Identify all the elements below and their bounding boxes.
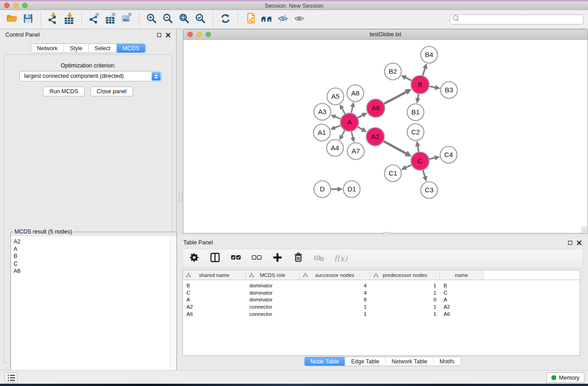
column-header-name[interactable]: name — [440, 270, 483, 280]
node-C4[interactable]: C4 — [440, 147, 457, 163]
edge-A-A8[interactable] — [350, 102, 355, 113]
float-table-panel-icon[interactable] — [568, 241, 572, 245]
node-C1[interactable]: C1 — [385, 165, 402, 182]
tab-mcds[interactable]: MCDS — [117, 44, 145, 52]
toggle-graphics-details-button[interactable] — [276, 12, 290, 27]
tab-node-table[interactable]: Node Table — [305, 357, 345, 366]
add-column-button[interactable] — [272, 253, 283, 264]
node-A2[interactable]: A2 — [366, 128, 384, 146]
node-A1[interactable]: A1 — [314, 124, 330, 141]
column-header-predecessor-nodes[interactable]: predecessor nodes — [370, 270, 440, 280]
tab-select[interactable]: Select — [89, 44, 117, 52]
tab-network-table[interactable]: Network Table — [386, 357, 434, 366]
edge-B-B4[interactable] — [423, 63, 428, 76]
node-C2[interactable]: C2 — [407, 124, 424, 141]
edge-C-C2[interactable] — [415, 141, 420, 152]
column-header-MCDS-role[interactable]: MCDS role — [246, 270, 300, 280]
import-network-button[interactable] — [46, 12, 60, 27]
edge-A6-B[interactable] — [384, 89, 412, 104]
node-B3[interactable]: B3 — [441, 82, 458, 99]
edge-A-A5[interactable] — [339, 104, 345, 114]
export-table-button[interactable] — [104, 12, 117, 27]
edge-A-A6[interactable] — [358, 113, 368, 118]
tab-network[interactable]: Network — [31, 44, 64, 52]
node-B[interactable]: B — [411, 76, 429, 94]
node-A[interactable]: A — [340, 113, 359, 131]
split-panel-button[interactable] — [209, 253, 221, 264]
table-row[interactable]: Cdominator41C — [183, 289, 580, 296]
edge-C-C1[interactable] — [401, 165, 411, 170]
tab-style[interactable]: Style — [64, 44, 89, 52]
table-row[interactable]: Adominator80A — [183, 296, 580, 304]
delete-column-button[interactable] — [292, 253, 304, 264]
network-from-document-button[interactable] — [244, 12, 257, 27]
result-item[interactable]: A2 — [14, 238, 176, 245]
edge-A-A7[interactable] — [350, 132, 355, 143]
node-D[interactable]: D — [314, 181, 331, 198]
network-canvas[interactable]: B4B2BB3A8A5A6A3B1AC2A1A2A4A7C4CC1C3DD1 — [183, 40, 588, 233]
close-table-panel-icon[interactable] — [577, 240, 582, 245]
table-row[interactable]: A6connector11A6 — [183, 310, 580, 318]
export-network-button[interactable] — [87, 12, 101, 27]
node-B2[interactable]: B2 — [385, 63, 402, 80]
node-B1[interactable]: B1 — [407, 104, 424, 121]
close-panel-button[interactable]: Close panel — [91, 86, 133, 96]
window-resize-grip[interactable] — [581, 227, 587, 233]
table-settings-button[interactable] — [188, 253, 200, 264]
edge-D-D1[interactable] — [331, 186, 343, 191]
zoom-out-button[interactable] — [161, 12, 175, 27]
refresh-layout-button[interactable] — [219, 12, 232, 27]
edge-C-C4[interactable] — [429, 155, 440, 160]
edge-A-A3[interactable] — [330, 114, 340, 119]
open-session-button[interactable] — [5, 12, 19, 27]
edge-B-B1[interactable] — [416, 94, 421, 104]
memory-button[interactable]: Memory — [546, 372, 584, 383]
run-mcds-button[interactable]: Run MCDS — [43, 86, 84, 96]
node-A6[interactable]: A6 — [367, 99, 385, 117]
vertical-splitter-handle[interactable] — [179, 192, 182, 202]
search-field[interactable] — [449, 14, 583, 24]
float-panel-icon[interactable] — [157, 33, 161, 37]
result-item[interactable]: B — [14, 253, 176, 260]
edge-B-B2[interactable] — [401, 75, 412, 80]
edge-A-A1[interactable] — [330, 125, 340, 130]
node-C3[interactable]: C3 — [421, 182, 438, 199]
zoom-selected-button[interactable] — [194, 12, 207, 27]
home-layout-button[interactable] — [260, 12, 273, 27]
table-row[interactable]: A2connector11A2 — [183, 303, 580, 310]
node-A4[interactable]: A4 — [327, 140, 344, 157]
edge-A2-C[interactable] — [383, 141, 411, 157]
edge-B-B3[interactable] — [430, 85, 440, 90]
result-item[interactable]: C — [14, 260, 176, 267]
node-D1[interactable]: D1 — [344, 181, 360, 198]
task-history-button[interactable] — [5, 372, 18, 383]
close-panel-icon[interactable] — [166, 33, 171, 38]
import-table-button[interactable] — [62, 12, 76, 27]
zoom-in-button[interactable] — [145, 12, 158, 27]
deselect-all-button[interactable] — [251, 253, 263, 264]
export-image-button[interactable] — [120, 12, 134, 27]
select-all-button[interactable] — [230, 253, 242, 264]
edge-A-A2[interactable] — [358, 127, 367, 132]
edge-A-A4[interactable] — [339, 130, 345, 140]
result-list-scrollbar[interactable] — [170, 236, 176, 386]
tab-motifs[interactable]: Motifs — [434, 357, 460, 366]
table-row[interactable]: Bdominator41B — [183, 282, 580, 289]
column-header-successor-nodes[interactable]: successor nodes — [300, 270, 370, 280]
result-item[interactable]: A6 — [14, 267, 176, 275]
node-A7[interactable]: A7 — [348, 143, 364, 160]
node-C[interactable]: C — [411, 152, 429, 170]
column-header-shared-name[interactable]: shared name — [183, 270, 246, 280]
save-session-button[interactable] — [21, 12, 35, 27]
node-B4[interactable]: B4 — [421, 47, 438, 63]
zoom-fit-button[interactable] — [177, 12, 191, 27]
node-A3[interactable]: A3 — [314, 104, 331, 120]
birds-eye-view-button[interactable] — [292, 12, 306, 27]
criterion-dropdown[interactable]: largest connected component (directed) — [19, 71, 162, 81]
edge-C-C3[interactable] — [422, 170, 427, 181]
node-A5[interactable]: A5 — [327, 88, 344, 105]
result-item[interactable]: A — [14, 245, 176, 253]
tab-edge-table[interactable]: Edge Table — [345, 357, 386, 366]
node-A8[interactable]: A8 — [347, 85, 364, 102]
search-input[interactable] — [460, 15, 583, 24]
